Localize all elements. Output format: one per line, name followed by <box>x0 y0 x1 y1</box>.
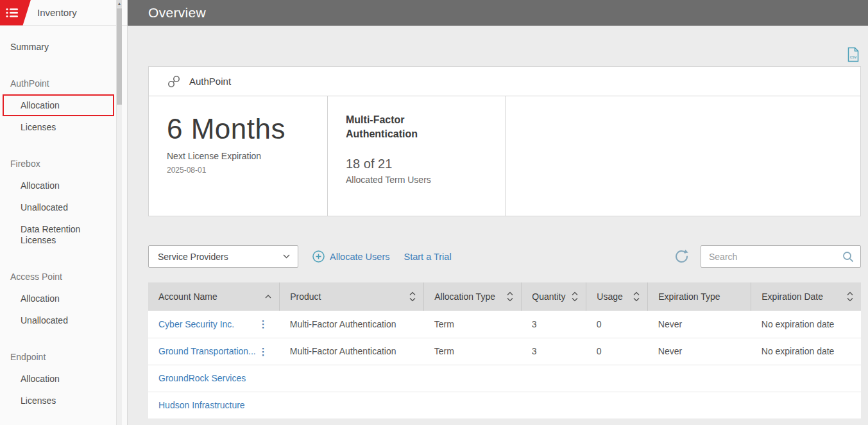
sidebar-title: Inventory <box>37 7 77 18</box>
plus-circle-icon <box>312 250 325 263</box>
scrollbar-thumb[interactable] <box>117 8 122 105</box>
product-cell: Multi-Factor Authentication <box>280 311 424 338</box>
product-cell: Multi-Factor Authentication <box>280 338 424 365</box>
column-header-product[interactable]: Product <box>280 282 424 311</box>
sidebar-item-firebox-allocation[interactable]: Allocation <box>0 175 127 196</box>
account-link[interactable]: GroundRock Services <box>158 373 246 383</box>
quantity-cell <box>522 365 586 392</box>
sidebar-item-summary[interactable]: Summary <box>0 36 127 58</box>
start-trial-label: Start a Trial <box>404 252 451 262</box>
table-row: Hudson Infrastructure <box>148 392 861 419</box>
csv-file-icon: csv <box>847 47 860 62</box>
table-row: Ground Transportation... ⋮ Multi-Factor … <box>148 338 861 365</box>
sidebar-item-endpoint-licenses[interactable]: Licenses <box>0 390 127 412</box>
allocated-label: Allocated Term Users <box>346 175 487 185</box>
scrollbar-up-arrow-icon[interactable]: ▲ <box>117 0 122 8</box>
main-area: Overview csv AuthPoint <box>128 0 868 425</box>
sidebar-scrollbar[interactable]: ▲ <box>116 0 122 425</box>
expiration-type-cell: Never <box>648 338 751 365</box>
content: csv AuthPoint 6 Months Next License <box>128 26 868 425</box>
sort-both-icon <box>409 292 416 302</box>
sort-both-icon <box>633 292 640 302</box>
usage-cell: 0 <box>586 338 648 365</box>
chevron-down-icon <box>283 254 290 259</box>
usage-cell: 0 <box>586 311 648 338</box>
export-csv-button[interactable]: csv <box>847 47 860 65</box>
expiration-label: Next License Expiration <box>167 151 309 161</box>
card-title: AuthPoint <box>189 76 231 87</box>
expiration-type-cell: Never <box>648 311 751 338</box>
expiration-date-cell <box>751 365 861 392</box>
column-header-allocation-type[interactable]: Allocation Type <box>424 282 522 311</box>
sidebar-section-firebox: Firebox <box>0 153 127 175</box>
usage-cell <box>586 392 648 419</box>
accounts-table: Account Name Product <box>148 282 861 419</box>
expiration-type-cell <box>648 365 751 392</box>
account-link[interactable]: Cyber Security Inc. <box>158 319 234 329</box>
allocation-type-cell: Term <box>424 338 522 365</box>
column-header-usage[interactable]: Usage <box>586 282 648 311</box>
mfa-cell: Multi-Factor Authentication 18 of 21 All… <box>328 96 506 216</box>
authpoint-icon <box>167 74 181 89</box>
sidebar-item-data-retention-licenses[interactable]: Data Retention Licenses <box>0 218 127 251</box>
license-expiration-cell: 6 Months Next License Expiration 2025-08… <box>149 96 328 216</box>
page-title: Overview <box>148 5 206 21</box>
column-header-expiration-date[interactable]: Expiration Date <box>751 282 861 311</box>
product-cell <box>280 392 424 419</box>
quantity-cell <box>522 392 586 419</box>
search-input[interactable] <box>709 252 842 262</box>
table-controls: Service Providers Allocate Users Start a… <box>148 245 861 268</box>
sort-both-icon <box>847 292 853 302</box>
account-link[interactable]: Hudson Infrastructure <box>158 400 245 410</box>
svg-text:csv: csv <box>850 55 857 59</box>
authpoint-card-header: AuthPoint <box>149 67 860 96</box>
column-header-account-name[interactable]: Account Name <box>148 282 280 311</box>
search-box <box>701 245 861 268</box>
sidebar-item-access-point-unallocated[interactable]: Unallocated <box>0 309 127 331</box>
kebab-menu-icon[interactable]: ⋮ <box>256 347 271 356</box>
kebab-menu-icon[interactable]: ⋮ <box>256 319 271 329</box>
list-icon <box>6 8 19 18</box>
authpoint-card-body: 6 Months Next License Expiration 2025-08… <box>149 96 860 216</box>
allocated-count: 18 of 21 <box>346 157 487 171</box>
sidebar-section-access-point: Access Point <box>0 266 127 288</box>
app-window: Inventory Summary AuthPoint Allocation L… <box>0 0 868 425</box>
start-trial-button[interactable]: Start a Trial <box>404 252 451 262</box>
usage-cell <box>586 365 648 392</box>
expiration-value: 6 Months <box>167 113 309 145</box>
sidebar-item-access-point-allocation[interactable]: Allocation <box>0 288 127 309</box>
sidebar-item-authpoint-licenses[interactable]: Licenses <box>0 116 127 138</box>
empty-card-cell <box>506 96 860 216</box>
refresh-button[interactable] <box>674 249 689 264</box>
search-icon[interactable] <box>842 251 854 263</box>
table-row: GroundRock Services <box>148 365 861 392</box>
sidebar-header: Inventory <box>0 0 127 26</box>
table-row: Cyber Security Inc. ⋮ Multi-Factor Authe… <box>148 311 861 338</box>
expiration-date-cell: No expiration date <box>751 338 861 365</box>
expiration-type-cell <box>648 392 751 419</box>
sidebar-item-authpoint-allocation[interactable]: Allocation <box>3 94 114 116</box>
allocate-users-label: Allocate Users <box>330 252 389 262</box>
allocate-users-button[interactable]: Allocate Users <box>312 250 389 263</box>
sidebar-item-endpoint-allocation[interactable]: Allocation <box>0 368 127 390</box>
account-type-dropdown[interactable]: Service Providers <box>148 245 298 268</box>
mfa-product-title: Multi-Factor Authentication <box>346 113 448 141</box>
table-header-row: Account Name Product <box>148 282 861 311</box>
expiration-date-cell <box>751 392 861 419</box>
sidebar-nav: Summary AuthPoint Allocation Licenses Fi… <box>0 26 127 412</box>
quantity-cell: 3 <box>522 311 586 338</box>
allocation-type-cell <box>424 392 522 419</box>
sidebar-section-endpoint: Endpoint <box>0 346 127 368</box>
sidebar: Inventory Summary AuthPoint Allocation L… <box>0 0 128 425</box>
authpoint-card: AuthPoint 6 Months Next License Expirati… <box>148 66 861 216</box>
column-header-expiration-type[interactable]: Expiration Type <box>648 282 751 311</box>
column-header-quantity[interactable]: Quantity <box>522 282 586 311</box>
sort-asc-icon <box>265 295 271 299</box>
refresh-icon <box>674 249 689 264</box>
inventory-flag-logo <box>0 0 31 26</box>
dropdown-selected-value: Service Providers <box>158 252 228 262</box>
sidebar-item-firebox-unallocated[interactable]: Unallocated <box>0 196 127 218</box>
sidebar-section-authpoint: AuthPoint <box>0 73 127 94</box>
account-link[interactable]: Ground Transportation... <box>158 346 256 356</box>
expiration-date-cell: No expiration date <box>751 311 861 338</box>
